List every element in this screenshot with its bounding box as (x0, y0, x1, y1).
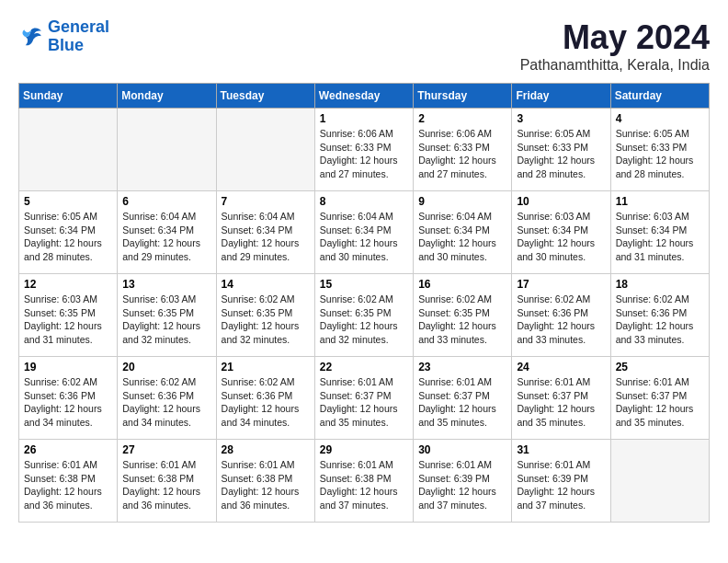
calendar-cell: 4Sunrise: 6:05 AMSunset: 6:33 PMDaylight… (610, 109, 709, 191)
day-info: Sunrise: 6:06 AMSunset: 6:33 PMDaylight:… (320, 127, 408, 181)
day-info: Sunrise: 6:03 AMSunset: 6:35 PMDaylight:… (122, 293, 210, 347)
calendar-cell: 7Sunrise: 6:04 AMSunset: 6:34 PMDaylight… (216, 191, 314, 274)
day-number: 11 (616, 195, 704, 208)
day-info: Sunrise: 6:03 AMSunset: 6:34 PMDaylight:… (517, 210, 605, 264)
day-info: Sunrise: 6:04 AMSunset: 6:34 PMDaylight:… (222, 210, 310, 264)
day-number: 10 (517, 195, 605, 208)
calendar-cell: 23Sunrise: 6:01 AMSunset: 6:37 PMDayligh… (414, 357, 512, 440)
calendar-cell: 8Sunrise: 6:04 AMSunset: 6:34 PMDaylight… (314, 191, 413, 274)
day-info: Sunrise: 6:05 AMSunset: 6:33 PMDaylight:… (517, 127, 605, 181)
week-row-1: 1Sunrise: 6:06 AMSunset: 6:33 PMDaylight… (19, 109, 710, 191)
calendar-cell: 14Sunrise: 6:02 AMSunset: 6:35 PMDayligh… (216, 274, 314, 357)
weekday-header-row: SundayMondayTuesdayWednesdayThursdayFrid… (19, 84, 710, 109)
week-row-3: 12Sunrise: 6:03 AMSunset: 6:35 PMDayligh… (19, 274, 710, 357)
day-number: 23 (418, 361, 506, 373)
location-title: Pathanamthitta, Kerala, India (520, 57, 710, 74)
day-number: 22 (320, 361, 408, 373)
day-number: 20 (122, 361, 210, 373)
calendar-cell (610, 440, 709, 523)
day-info: Sunrise: 6:02 AMSunset: 6:36 PMDaylight:… (222, 375, 310, 430)
weekday-header-tuesday: Tuesday (216, 84, 314, 109)
day-info: Sunrise: 6:01 AMSunset: 6:37 PMDaylight:… (616, 375, 704, 430)
logo-icon (18, 24, 44, 50)
calendar-cell: 11Sunrise: 6:03 AMSunset: 6:34 PMDayligh… (610, 191, 709, 274)
day-number: 18 (616, 278, 704, 291)
day-number: 30 (418, 443, 506, 456)
weekday-header-monday: Monday (118, 84, 216, 109)
day-info: Sunrise: 6:01 AMSunset: 6:39 PMDaylight:… (418, 458, 506, 512)
calendar-cell: 31Sunrise: 6:01 AMSunset: 6:39 PMDayligh… (512, 440, 610, 523)
calendar-cell: 10Sunrise: 6:03 AMSunset: 6:34 PMDayligh… (512, 191, 610, 274)
logo-text-line1: General (48, 18, 109, 37)
weekday-header-friday: Friday (512, 84, 610, 109)
calendar-cell: 28Sunrise: 6:01 AMSunset: 6:38 PMDayligh… (216, 440, 314, 523)
calendar-cell (118, 109, 216, 191)
day-number: 5 (24, 195, 112, 208)
logo: General Blue (18, 18, 109, 55)
calendar-cell: 20Sunrise: 6:02 AMSunset: 6:36 PMDayligh… (118, 357, 216, 440)
day-info: Sunrise: 6:02 AMSunset: 6:36 PMDaylight:… (517, 293, 605, 347)
calendar-cell: 25Sunrise: 6:01 AMSunset: 6:37 PMDayligh… (610, 357, 709, 440)
calendar-cell: 19Sunrise: 6:02 AMSunset: 6:36 PMDayligh… (19, 357, 118, 440)
day-info: Sunrise: 6:02 AMSunset: 6:36 PMDaylight:… (616, 293, 704, 347)
day-info: Sunrise: 6:02 AMSunset: 6:35 PMDaylight:… (222, 293, 310, 347)
day-info: Sunrise: 6:02 AMSunset: 6:35 PMDaylight:… (320, 293, 408, 347)
calendar-cell: 24Sunrise: 6:01 AMSunset: 6:37 PMDayligh… (512, 357, 610, 440)
day-info: Sunrise: 6:01 AMSunset: 6:38 PMDaylight:… (222, 458, 310, 512)
day-info: Sunrise: 6:02 AMSunset: 6:36 PMDaylight:… (122, 375, 210, 430)
day-info: Sunrise: 6:01 AMSunset: 6:38 PMDaylight:… (122, 458, 210, 512)
day-info: Sunrise: 6:01 AMSunset: 6:37 PMDaylight:… (517, 375, 605, 430)
day-info: Sunrise: 6:04 AMSunset: 6:34 PMDaylight:… (122, 210, 210, 264)
day-number: 3 (517, 112, 605, 125)
day-info: Sunrise: 6:04 AMSunset: 6:34 PMDaylight:… (320, 210, 408, 264)
day-number: 9 (418, 195, 506, 208)
day-number: 4 (616, 112, 704, 125)
page-header: General Blue May 2024 Pathanamthitta, Ke… (18, 18, 710, 74)
calendar-cell: 2Sunrise: 6:06 AMSunset: 6:33 PMDaylight… (414, 109, 512, 191)
logo-text-line2: Blue (48, 37, 109, 55)
month-title: May 2024 (520, 18, 710, 57)
day-info: Sunrise: 6:01 AMSunset: 6:37 PMDaylight:… (320, 375, 408, 430)
week-row-4: 19Sunrise: 6:02 AMSunset: 6:36 PMDayligh… (19, 357, 710, 440)
week-row-2: 5Sunrise: 6:05 AMSunset: 6:34 PMDaylight… (19, 191, 710, 274)
day-info: Sunrise: 6:02 AMSunset: 6:36 PMDaylight:… (24, 375, 112, 430)
day-number: 28 (222, 443, 310, 456)
day-number: 17 (517, 278, 605, 291)
day-number: 21 (222, 361, 310, 373)
day-info: Sunrise: 6:06 AMSunset: 6:33 PMDaylight:… (418, 127, 506, 181)
calendar-cell: 5Sunrise: 6:05 AMSunset: 6:34 PMDaylight… (19, 191, 118, 274)
day-number: 27 (122, 443, 210, 456)
day-number: 26 (24, 443, 112, 456)
calendar-cell: 17Sunrise: 6:02 AMSunset: 6:36 PMDayligh… (512, 274, 610, 357)
weekday-header-wednesday: Wednesday (314, 84, 413, 109)
day-info: Sunrise: 6:03 AMSunset: 6:35 PMDaylight:… (24, 293, 112, 347)
day-info: Sunrise: 6:05 AMSunset: 6:33 PMDaylight:… (616, 127, 704, 181)
calendar-cell: 13Sunrise: 6:03 AMSunset: 6:35 PMDayligh… (118, 274, 216, 357)
calendar-cell: 15Sunrise: 6:02 AMSunset: 6:35 PMDayligh… (314, 274, 413, 357)
weekday-header-sunday: Sunday (19, 84, 118, 109)
day-number: 16 (418, 278, 506, 291)
day-info: Sunrise: 6:01 AMSunset: 6:37 PMDaylight:… (418, 375, 506, 430)
day-number: 6 (122, 195, 210, 208)
calendar-cell: 22Sunrise: 6:01 AMSunset: 6:37 PMDayligh… (314, 357, 413, 440)
calendar-cell (19, 109, 118, 191)
day-info: Sunrise: 6:02 AMSunset: 6:35 PMDaylight:… (418, 293, 506, 347)
calendar-cell: 6Sunrise: 6:04 AMSunset: 6:34 PMDaylight… (118, 191, 216, 274)
weekday-header-thursday: Thursday (414, 84, 512, 109)
calendar-cell: 1Sunrise: 6:06 AMSunset: 6:33 PMDaylight… (314, 109, 413, 191)
day-number: 1 (320, 112, 408, 125)
day-number: 19 (24, 361, 112, 373)
title-block: May 2024 Pathanamthitta, Kerala, India (520, 18, 710, 74)
day-number: 13 (122, 278, 210, 291)
calendar-cell: 21Sunrise: 6:02 AMSunset: 6:36 PMDayligh… (216, 357, 314, 440)
day-number: 15 (320, 278, 408, 291)
calendar-cell: 3Sunrise: 6:05 AMSunset: 6:33 PMDaylight… (512, 109, 610, 191)
day-number: 29 (320, 443, 408, 456)
weekday-header-saturday: Saturday (610, 84, 709, 109)
day-number: 8 (320, 195, 408, 208)
day-number: 24 (517, 361, 605, 373)
calendar-cell: 18Sunrise: 6:02 AMSunset: 6:36 PMDayligh… (610, 274, 709, 357)
day-info: Sunrise: 6:05 AMSunset: 6:34 PMDaylight:… (24, 210, 112, 264)
calendar-cell: 12Sunrise: 6:03 AMSunset: 6:35 PMDayligh… (19, 274, 118, 357)
calendar-cell: 9Sunrise: 6:04 AMSunset: 6:34 PMDaylight… (414, 191, 512, 274)
